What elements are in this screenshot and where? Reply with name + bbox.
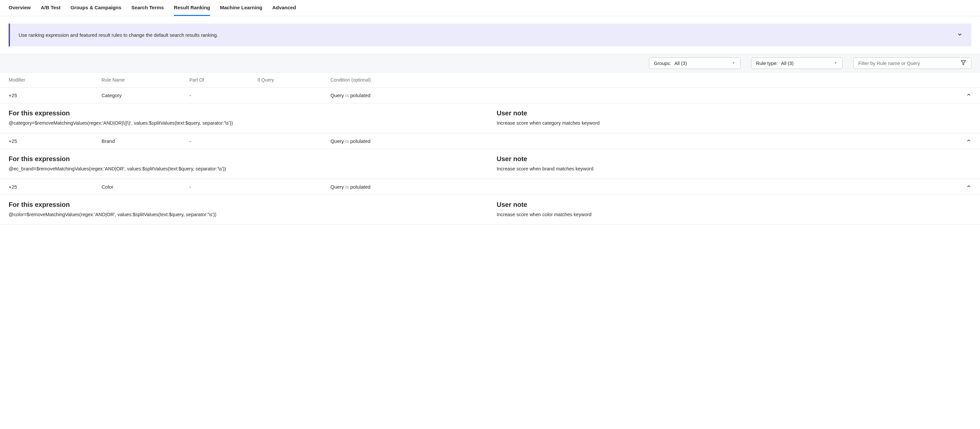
tab-ab-test[interactable]: A/B Test [41,0,61,16]
rule-type-select-label: Rule type: [756,61,778,66]
expression-heading: For this expression [9,155,484,163]
user-note-text: Increase score when brand matches keywor… [496,166,971,172]
expression-text: @color=$removeMatchingValues(regex:'AND|… [9,212,484,217]
expression-heading: For this expression [9,201,484,208]
user-note-text: Increase score when category matches key… [496,120,971,126]
rule-type-select-value: All (3) [781,61,794,66]
filter-input[interactable] [858,61,961,66]
cell-rule-name: Color [102,184,189,190]
cell-rule-name: Brand [102,138,189,144]
groups-select-label: Groups: [654,61,671,66]
cell-condition: Queryispolulated [331,184,958,190]
svg-marker-0 [732,62,735,64]
svg-marker-1 [835,62,837,64]
expanded-detail: For this expression @ec_brand=$removeMat… [0,149,980,179]
groups-select-value: All (3) [675,61,687,66]
cell-rule-name: Category [102,92,189,98]
tab-machine-learning[interactable]: Machine Learning [220,0,262,16]
expression-text: @ec_brand=$removeMatchingValues(regex:'A… [9,166,484,172]
cell-modifier: +25 [9,184,102,190]
cell-part-of: - [189,138,258,144]
user-note-heading: User note [496,155,971,163]
tab-overview[interactable]: Overview [9,0,31,16]
col-condition: Condition (optional) [331,77,958,83]
expanded-detail: For this expression @color=$removeMatchi… [0,195,980,225]
cell-part-of: - [189,184,258,190]
chevron-up-icon[interactable] [966,92,971,99]
info-banner-text: Use ranking expression and featured resu… [19,32,218,38]
info-banner-container: Use ranking expression and featured resu… [0,16,980,54]
filter-input-container [853,57,971,69]
info-banner: Use ranking expression and featured resu… [9,24,971,46]
tab-bar: Overview A/B Test Groups & Campaigns Sea… [0,0,980,16]
user-note-text: Increase score when color matches keywor… [496,212,971,217]
table-header: Modifier Rule Name Part Of If Query Cond… [0,73,980,87]
col-part-of: Part Of [189,77,258,83]
table-row[interactable]: +25 Color - Queryispolulated [0,179,980,195]
tab-result-ranking[interactable]: Result Ranking [174,0,210,16]
filter-icon[interactable] [961,60,966,67]
chevron-up-icon[interactable] [966,184,971,190]
chevron-up-icon[interactable] [966,138,971,144]
table-row[interactable]: +25 Category - Queryispolulated [0,87,980,103]
col-if-query: If Query [258,77,331,83]
col-modifier: Modifier [9,77,102,83]
col-rule-name: Rule Name [102,77,189,83]
user-note-heading: User note [496,201,971,208]
tab-advanced[interactable]: Advanced [272,0,296,16]
svg-marker-2 [961,61,966,65]
table-row[interactable]: +25 Brand - Queryispolulated [0,133,980,149]
expression-text: @category=$removeMatchingValues(regex:'A… [9,120,484,126]
expanded-detail: For this expression @category=$removeMat… [0,103,980,133]
cell-condition: Queryispolulated [331,92,958,98]
tab-search-terms[interactable]: Search Terms [131,0,164,16]
cell-condition: Queryispolulated [331,138,958,144]
groups-select[interactable]: Groups: All (3) [649,57,740,69]
filter-bar: Groups: All (3) Rule type: All (3) [0,54,980,73]
tab-groups-campaigns[interactable]: Groups & Campaigns [70,0,121,16]
chevron-down-icon[interactable] [957,32,963,38]
cell-modifier: +25 [9,138,102,144]
cell-modifier: +25 [9,92,102,98]
cell-part-of: - [189,92,258,98]
user-note-heading: User note [496,110,971,117]
expression-heading: For this expression [9,110,484,117]
rule-type-select[interactable]: Rule type: All (3) [751,57,843,69]
caret-down-icon [834,61,838,66]
caret-down-icon [732,61,735,66]
